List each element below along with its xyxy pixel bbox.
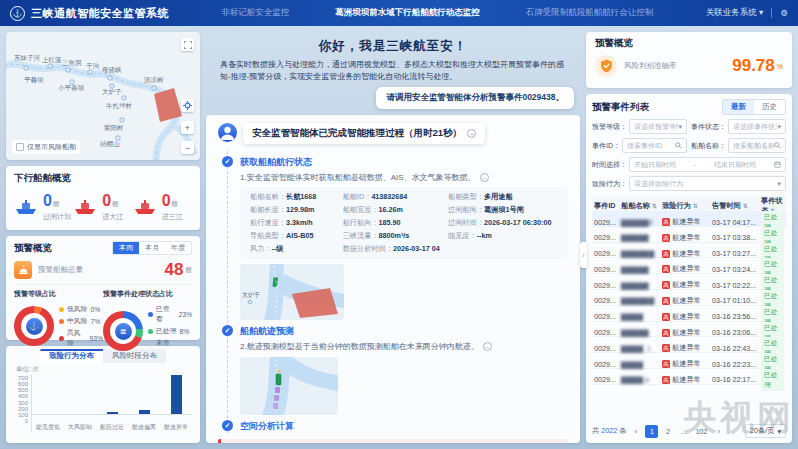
info-value: AIS-B05: [286, 231, 314, 240]
gear-icon[interactable]: ⚙: [780, 8, 788, 18]
warning-overview-panel: 预警概览 本周 本月 年度 预警船舶总量 48 艘: [6, 236, 200, 340]
event-row[interactable]: 0029... ▇▇▇▇. 1 高航速异常 03-16 22:43... 已处理: [592, 337, 786, 353]
ship-count: 0: [43, 192, 52, 209]
col-behavior[interactable]: 致险行为 ⇅: [662, 201, 712, 211]
event-row[interactable]: 0029... ▇▇▇▇ 高航速异常 03-16 22:23... 已处理: [592, 353, 786, 369]
info-label: 三峡流量：: [343, 231, 379, 240]
tab-risk-period[interactable]: 风险时段分布: [103, 349, 166, 363]
bar-chart-unit: 单位: 次: [16, 365, 192, 374]
warning-total-value: 48: [165, 260, 184, 280]
prev-page-button[interactable]: ‹: [629, 425, 642, 438]
events-tbody: 0029... ▇▇▇▇▇8 高航速异常 03-17 04:17... 已处理0…: [592, 211, 786, 420]
collapse-icon[interactable]: –: [467, 129, 476, 138]
col-alarm-time[interactable]: 告警时间 ⇅: [712, 201, 761, 211]
ship-info-grid: 船舶名称：长航1668船舶ID：413832684船舶类型：多用途船船舶长度：1…: [240, 187, 568, 259]
panel-collapse-handle[interactable]: ›: [580, 242, 587, 268]
step2-desc: 2.航迹预测模型基于当前分钟的数据预测船舶在未来两分钟内航迹。 –: [240, 341, 568, 352]
event-row[interactable]: 0029... ▇▇▇▇▇ 高航速异常 03-17 03:38... 已处理: [592, 227, 786, 243]
check-circle-icon: ✓: [222, 325, 233, 336]
mini-map-panel[interactable]: 东妹子河 上红溪 三角洞 干沟 母猪峡 清凉树 平善坝 小平善坝 大炉子 牛扎坪…: [6, 32, 200, 160]
tab-risk-behavior[interactable]: 致险行为分布: [40, 349, 103, 363]
collapse-icon[interactable]: –: [483, 342, 492, 351]
ship-icon: [133, 199, 157, 215]
event-behavior: 高航速异常: [662, 217, 712, 227]
warning-overview-title: 预警概览: [14, 242, 52, 255]
info-value: 8800m³/s: [379, 231, 410, 240]
page-button[interactable]: 102: [693, 425, 709, 438]
reasoning-timeline: ✓ 获取船舶航行状态 1.安全监管智能体实时获取船舶基础数据、AIS、水文气象等…: [227, 151, 568, 433]
agent-status-text: 安全监管智能体已完成智能推理过程（用时21秒）: [252, 127, 462, 140]
zoom-in-icon[interactable]: +: [181, 121, 194, 134]
map-place-label: 母猪峡: [102, 66, 122, 75]
fullscreen-icon[interactable]: [181, 38, 194, 51]
checkbox-box[interactable]: [16, 143, 24, 151]
tab-history[interactable]: 历史: [754, 100, 785, 114]
event-row[interactable]: 0029... ▇▇▇▇▇▇ 高航速异常 03-17 01:10... 已处理: [592, 290, 786, 306]
step2-title: ✓ 船舶航迹预测: [240, 325, 568, 338]
event-id: 0029...: [594, 375, 621, 384]
event-ship-name: ▇▇▇▇▇▇: [621, 296, 662, 305]
event-row[interactable]: 0029... ▇▇▇▇▇▇ 高航速异常 03-17 03:27... 已处理: [592, 243, 786, 259]
page-size-select[interactable]: 20条/页▾: [745, 424, 786, 438]
status-pill: 已处理: [761, 369, 784, 391]
info-value: 长航1668: [286, 192, 316, 201]
legend-dot: [59, 307, 64, 312]
collapse-icon[interactable]: –: [480, 173, 489, 182]
y-tick: 0: [25, 418, 28, 424]
caret-down-icon: ▾: [678, 123, 682, 131]
filter-name-input[interactable]: 搜索船舶名称: [728, 138, 786, 153]
event-row[interactable]: 0029... ▇▇▇▇▇ 高航速异常 03-17 02:22... 已处理: [592, 274, 786, 290]
info-label: 船舶宽度：: [343, 205, 379, 214]
situation-map: 大炉子: [240, 264, 344, 320]
caret-down-icon: ▾: [777, 427, 781, 436]
page-button[interactable]: 1: [645, 425, 658, 438]
ship-stat-label: 进三江: [162, 212, 183, 222]
info-value: 16.26m: [379, 205, 403, 214]
filter-behavior-select[interactable]: 请选择致险行为▾: [629, 176, 786, 191]
event-row[interactable]: 0029... ▇▇▇▇ 高航速异常 03-16 23:56... 已处理: [592, 306, 786, 322]
nav-item-shipai-control[interactable]: 石牌受限制航段船舶航行会让控制: [526, 7, 654, 19]
event-ship-name: ▇▇▇▇▇: [621, 281, 662, 290]
document-icon: ≣: [115, 323, 132, 340]
zoom-out-icon[interactable]: −: [181, 141, 194, 154]
risk-ships-only-checkbox[interactable]: 仅显示风险船舶: [12, 140, 80, 154]
legend-value: 0%: [90, 306, 100, 313]
warning-total-unit: 艘: [186, 266, 193, 275]
tab-this-year[interactable]: 年度: [165, 242, 191, 254]
event-row[interactable]: 0029... ▇▇▇▇▇8 高航速异常 03-17 04:17... 已处理: [592, 211, 786, 227]
info-value: 葛洲坝1号闸: [484, 205, 524, 214]
ship-unit: 艘: [112, 200, 119, 207]
tab-latest[interactable]: 最新: [723, 100, 754, 114]
business-system-menu[interactable]: 关联业务系统 ▾: [706, 7, 764, 19]
alarm-icon: [14, 261, 32, 279]
next-page-button[interactable]: ›: [712, 425, 725, 438]
event-row[interactable]: 0029... ▇▇▇▇▇ 高航速异常 03-16 23:06... 已处理: [592, 322, 786, 338]
page-button[interactable]: 2: [661, 425, 674, 438]
risk-level-badge: 高: [662, 313, 670, 321]
accuracy-label: 风险判别准确率: [624, 61, 732, 71]
y-tick: 700: [18, 375, 28, 381]
nav-item-gezhouba-monitor[interactable]: 葛洲坝坝前水域下行船舶航行动态监控: [335, 7, 480, 19]
x-tick-label: 能见度低: [36, 424, 60, 430]
map1-place-label: 大炉子: [242, 291, 260, 299]
agent-reasoning-card: 安全监管智能体已完成智能推理过程（用时21秒） – ✓ 获取船舶航行状态 1.安…: [206, 115, 580, 443]
filter-status-select[interactable]: 请选择事件状态▾: [728, 119, 786, 134]
ship-info-cell: 导航类型：AIS-B05: [250, 231, 335, 241]
event-row[interactable]: 0029... ▇▇▇▇▇ 高航速异常 03-17 03:24... 已处理: [592, 258, 786, 274]
info-value: --km: [477, 231, 492, 240]
tab-this-month[interactable]: 本月: [139, 242, 165, 254]
event-behavior: 高航速异常: [662, 359, 712, 369]
col-ship-name[interactable]: 船舶名称 ⇅: [621, 201, 662, 211]
info-label: 航行航向：: [343, 218, 379, 227]
tab-this-week[interactable]: 本周: [113, 242, 139, 254]
map-place-label: 大炉子: [102, 88, 122, 97]
filter-time-range[interactable]: 开始日期时间 - 结束日期时间: [629, 157, 786, 172]
filter-level-select[interactable]: 请选择预警等级▾: [629, 119, 687, 134]
nav-item-nonstandard-monitor[interactable]: 非标记船安全监控: [221, 7, 289, 19]
legend-value: 7%: [90, 318, 100, 325]
anchor-icon: ⚓: [26, 318, 43, 335]
app-root: ⚓ 三峡通航智能安全监管系统 非标记船安全监控 葛洲坝坝前水域下行船舶航行动态监…: [0, 0, 798, 449]
locate-icon[interactable]: [181, 99, 194, 112]
event-row[interactable]: 0029... ▇▇▇▇.a 高航速异常 03-16 22:17... 已处理: [592, 369, 786, 385]
filter-id-input[interactable]: 搜索事件ID: [622, 138, 687, 153]
